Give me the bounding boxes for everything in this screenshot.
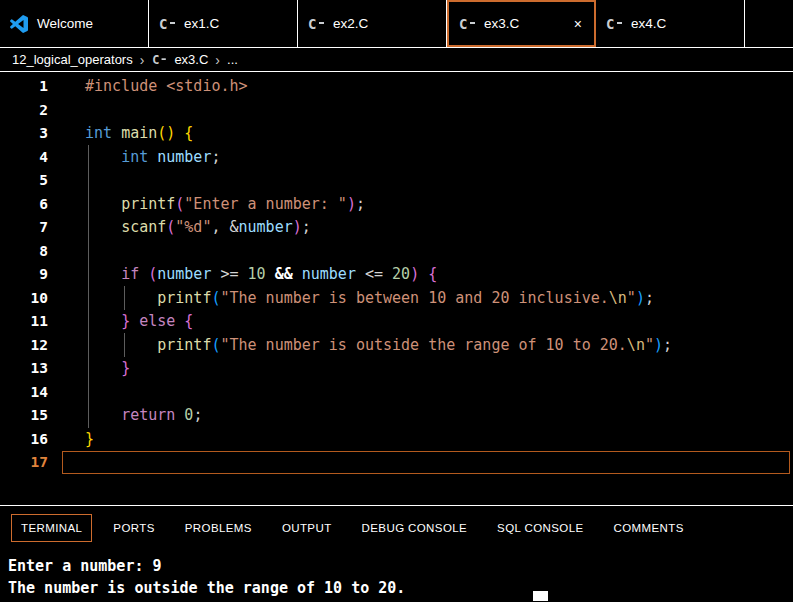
line-number: 16	[0, 428, 48, 452]
chevron-right-icon	[215, 52, 220, 68]
vscode-logo-icon	[10, 15, 28, 33]
panel-tabs: TERMINALPORTSPROBLEMSOUTPUTDEBUG CONSOLE…	[0, 506, 793, 549]
tab-ex4-c[interactable]: ex4.C	[596, 0, 745, 47]
line-number: 17	[0, 451, 48, 475]
code-line[interactable]: 9 if (number >= 10 && number <= 20) {	[0, 263, 793, 287]
panel-tab-comments[interactable]: COMMENTS	[614, 522, 684, 534]
code-line[interactable]: 2	[0, 99, 793, 123]
code-line[interactable]: 10 printf("The number is between 10 and …	[0, 287, 793, 311]
line-number: 6	[0, 193, 48, 217]
c-file-icon	[606, 16, 622, 32]
panel-tab-debug-console[interactable]: DEBUG CONSOLE	[362, 522, 468, 534]
bottom-panel: TERMINALPORTSPROBLEMSOUTPUTDEBUG CONSOLE…	[0, 505, 793, 599]
code-line[interactable]: 6 printf("Enter a number: ");	[0, 193, 793, 217]
breadcrumb-symbol[interactable]: ...	[227, 52, 238, 67]
breadcrumb-file[interactable]: ex3.C	[174, 52, 208, 67]
code-line-text: scanf("%d", &number);	[85, 216, 311, 240]
tab-label: ex4.C	[631, 16, 666, 31]
code-line[interactable]: 12 printf("The number is outside the ran…	[0, 334, 793, 358]
tab-label: ex1.C	[184, 16, 219, 31]
line-number: 11	[0, 310, 48, 334]
line-number: 2	[0, 99, 48, 123]
code-line-text: }	[85, 357, 130, 381]
code-lines: 1#include <stdio.h>23int main() {4 int n…	[0, 75, 793, 475]
code-line[interactable]: 1#include <stdio.h>	[0, 75, 793, 99]
code-line-text: }	[85, 428, 94, 452]
line-number: 1	[0, 75, 48, 99]
line-number: 14	[0, 381, 48, 405]
code-line[interactable]: 17	[0, 451, 793, 475]
terminal-line: The number is outside the range of 10 to…	[8, 577, 793, 599]
code-line[interactable]: 4 int number;	[0, 146, 793, 170]
tab-label: Welcome	[37, 16, 93, 31]
panel-tab-ports[interactable]: PORTS	[113, 522, 154, 534]
code-line[interactable]: 13 }	[0, 357, 793, 381]
code-line[interactable]: 16}	[0, 428, 793, 452]
code-line-text: printf("The number is between 10 and 20 …	[85, 287, 654, 311]
tab-ex2-c[interactable]: ex2.C	[298, 0, 447, 47]
breadcrumb: 12_logical_operators ex3.C ...	[0, 48, 793, 72]
tab-bar: Welcome ex1.C ex2.C ex3.C × ex4.C	[0, 0, 793, 48]
terminal-cursor	[533, 591, 548, 601]
close-icon[interactable]: ×	[572, 16, 584, 32]
code-line-text: printf("The number is outside the range …	[85, 334, 672, 358]
code-line-text: if (number >= 10 && number <= 20) {	[85, 263, 437, 287]
code-line[interactable]: 7 scanf("%d", &number);	[0, 216, 793, 240]
code-line-text: printf("Enter a number: ");	[85, 193, 365, 217]
tab-label: ex3.C	[484, 16, 519, 31]
line-number: 13	[0, 357, 48, 381]
line-number: 8	[0, 240, 48, 264]
code-line[interactable]: 11 } else {	[0, 310, 793, 334]
line-number: 12	[0, 334, 48, 358]
code-line-text: return 0;	[85, 404, 202, 428]
tab-welcome[interactable]: Welcome	[0, 0, 149, 47]
code-line-text: int number;	[85, 146, 220, 170]
code-line[interactable]: 15 return 0;	[0, 404, 793, 428]
c-file-icon	[459, 16, 475, 32]
panel-tab-sql-console[interactable]: SQL CONSOLE	[497, 522, 583, 534]
code-line[interactable]: 8	[0, 240, 793, 264]
code-line[interactable]: 5	[0, 169, 793, 193]
code-line-text: #include <stdio.h>	[85, 75, 248, 99]
tab-bar-spacer	[745, 0, 793, 47]
c-file-icon	[308, 16, 324, 32]
tab-ex1-c[interactable]: ex1.C	[149, 0, 298, 47]
indent-guide	[88, 145, 89, 428]
code-editor[interactable]: 1#include <stdio.h>23int main() {4 int n…	[0, 72, 793, 505]
line-number: 5	[0, 169, 48, 193]
panel-tab-problems[interactable]: PROBLEMS	[185, 522, 252, 534]
code-line-text: } else {	[85, 310, 193, 334]
tab-label: ex2.C	[333, 16, 368, 31]
line-number: 15	[0, 404, 48, 428]
tab-ex3-c[interactable]: ex3.C ×	[447, 0, 596, 47]
c-file-icon	[159, 16, 175, 32]
line-number: 7	[0, 216, 48, 240]
code-line[interactable]: 14	[0, 381, 793, 405]
code-line-text: int main() {	[85, 122, 193, 146]
indent-guide	[124, 333, 125, 357]
indent-guide	[124, 286, 125, 310]
line-number: 4	[0, 146, 48, 170]
terminal-line: Enter a number: 9	[8, 555, 793, 577]
panel-tab-output[interactable]: OUTPUT	[282, 522, 332, 534]
panel-tab-terminal[interactable]: TERMINAL	[11, 514, 92, 542]
line-number: 9	[0, 263, 48, 287]
terminal-output[interactable]: Enter a number: 9The number is outside t…	[0, 549, 793, 599]
c-file-icon	[153, 53, 167, 67]
breadcrumb-folder[interactable]: 12_logical_operators	[12, 52, 133, 67]
line-number: 3	[0, 122, 48, 146]
line-number: 10	[0, 287, 48, 311]
code-line[interactable]: 3int main() {	[0, 122, 793, 146]
chevron-right-icon	[140, 52, 145, 68]
